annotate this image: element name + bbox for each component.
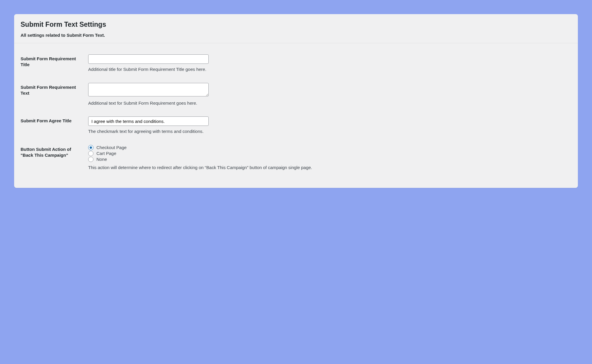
- label-requirement-text: Submit Form Requirement Text: [21, 80, 88, 114]
- radio-item-none: None: [88, 157, 571, 162]
- settings-form-table: Submit Form Requirement Title Additional…: [21, 51, 571, 178]
- cell-requirement-title: Additional title for Submit Form Require…: [88, 51, 571, 80]
- label-requirement-title: Submit Form Requirement Title: [21, 51, 88, 80]
- row-submit-action: Button Submit Action of "Back This Campa…: [21, 142, 571, 178]
- input-requirement-title[interactable]: [88, 54, 209, 64]
- panel-body: Submit Form Requirement Title Additional…: [14, 51, 578, 178]
- page-title: Submit Form Text Settings: [21, 21, 571, 29]
- radio-item-cart: Cart Page: [88, 151, 571, 156]
- radio-label-cart-page[interactable]: Cart Page: [96, 151, 116, 156]
- row-requirement-title: Submit Form Requirement Title Additional…: [21, 51, 571, 80]
- radio-label-none[interactable]: None: [96, 157, 107, 162]
- label-agree-title: Submit Form Agree Title: [21, 113, 88, 142]
- cell-agree-title: The checkmark text for agreeing with ter…: [88, 113, 571, 142]
- divider: [14, 43, 578, 43]
- input-agree-title[interactable]: [88, 116, 209, 126]
- row-agree-title: Submit Form Agree Title The checkmark te…: [21, 113, 571, 142]
- desc-requirement-text: Additional text for Submit Form Requirem…: [88, 100, 571, 107]
- cell-requirement-text: Additional text for Submit Form Requirem…: [88, 80, 571, 114]
- row-requirement-text: Submit Form Requirement Text Additional …: [21, 80, 571, 114]
- page-subtitle: All settings related to Submit Form Text…: [21, 33, 571, 38]
- textarea-requirement-text[interactable]: [88, 83, 209, 96]
- desc-submit-action: This action will determine where to redi…: [88, 164, 571, 171]
- radio-group-submit-action: Checkout Page Cart Page None: [88, 145, 571, 162]
- radio-checkout-page[interactable]: [88, 145, 93, 150]
- radio-none[interactable]: [88, 157, 93, 162]
- label-submit-action: Button Submit Action of "Back This Campa…: [21, 142, 88, 178]
- radio-item-checkout: Checkout Page: [88, 145, 571, 150]
- cell-submit-action: Checkout Page Cart Page None This: [88, 142, 571, 178]
- panel-header: Submit Form Text Settings All settings r…: [14, 21, 578, 38]
- desc-requirement-title: Additional title for Submit Form Require…: [88, 66, 571, 73]
- radio-label-checkout-page[interactable]: Checkout Page: [96, 145, 127, 150]
- radio-cart-page[interactable]: [88, 151, 93, 156]
- desc-agree-title: The checkmark text for agreeing with ter…: [88, 128, 571, 135]
- settings-panel: Submit Form Text Settings All settings r…: [14, 14, 578, 188]
